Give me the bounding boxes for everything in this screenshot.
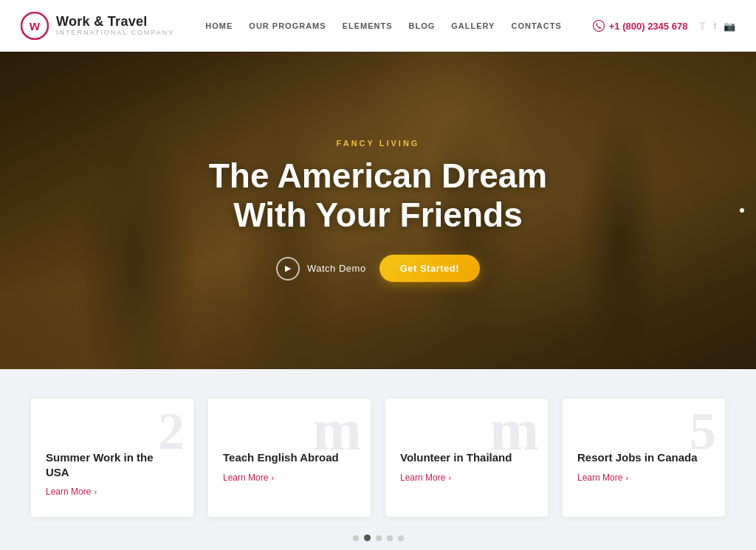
cards-section: 2 Summer Work in the USA Learn More › m … (0, 369, 756, 550)
phone-area: +1 (800) 2345 678 (593, 20, 688, 32)
card-teach-english: m Teach English Abroad Learn More › (208, 399, 371, 517)
card-title-1: Summer Work in the USA (46, 450, 179, 479)
pg-dot-3[interactable] (376, 535, 382, 541)
card-title-3: Volunteer in Thailand (400, 450, 533, 465)
card-link-2[interactable]: Learn More › (223, 472, 356, 483)
card-arrow-2: › (271, 473, 274, 482)
card-arrow-1: › (94, 487, 97, 496)
card-link-4[interactable]: Learn More › (577, 472, 710, 483)
pg-dot-2[interactable] (364, 534, 371, 541)
card-arrow-3: › (448, 473, 451, 482)
cards-grid: 2 Summer Work in the USA Learn More › m … (31, 399, 725, 517)
card-resort-jobs: 5 Resort Jobs in Canada Learn More › (563, 399, 725, 517)
twitter-icon[interactable]: 𝕋 (699, 21, 706, 32)
card-link-3[interactable]: Learn More › (400, 472, 533, 483)
svg-point-2 (593, 21, 604, 32)
pg-dot-1[interactable] (353, 535, 359, 541)
card-summer-work: 2 Summer Work in the USA Learn More › (31, 399, 193, 517)
svg-text:w: w (29, 18, 41, 33)
watch-demo-label: Watch Demo (307, 263, 366, 274)
card-volunteer-thailand: m Volunteer in Thailand Learn More › (385, 399, 548, 517)
instagram-icon[interactable]: 📷 (724, 21, 735, 32)
get-started-button[interactable]: Get Started! (379, 255, 480, 282)
header: w Work & Travel International Company HO… (0, 0, 756, 52)
facebook-icon[interactable]: f (713, 21, 716, 32)
pg-dot-5[interactable] (398, 535, 404, 541)
card-link-label-1: Learn More (46, 487, 91, 497)
pagination-dots (30, 534, 726, 549)
watch-demo-button[interactable]: ▶ Watch Demo (276, 257, 366, 281)
card-title-2: Teach English Abroad (223, 450, 356, 465)
hero-side-dots (740, 208, 744, 213)
hero-title-line1: The American Dream (209, 157, 547, 195)
get-started-label: Get Started! (400, 263, 459, 274)
hero-section: FANCY LIVING The American Dream With You… (0, 52, 756, 369)
nav-gallery[interactable]: GALLERY (451, 21, 495, 30)
card-link-label-2: Learn More (223, 472, 268, 483)
main-nav: HOME OUR PROGRAMS ELEMENTS BLOG GALLERY … (205, 21, 561, 30)
logo-text: Work & Travel International Company (56, 15, 174, 37)
logo-area: w Work & Travel International Company (21, 12, 174, 40)
card-link-label-4: Learn More (577, 472, 622, 483)
logo-title: Work & Travel (56, 15, 174, 30)
card-arrow-4: › (625, 473, 628, 482)
phone-number: +1 (800) 2345 678 (609, 21, 688, 32)
play-icon: ▶ (276, 257, 300, 281)
logo-subtitle: International Company (56, 30, 174, 37)
card-link-label-3: Learn More (400, 472, 445, 483)
hero-actions: ▶ Watch Demo Get Started! (276, 255, 480, 282)
nav-blog[interactable]: BLOG (409, 21, 436, 30)
phone-icon (593, 20, 605, 32)
hero-title-line2: With Your Friends (233, 196, 522, 234)
hero-tag: FANCY LIVING (337, 139, 420, 148)
header-right: +1 (800) 2345 678 𝕋 f 📷 (593, 20, 735, 32)
nav-home[interactable]: HOME (205, 21, 233, 30)
nav-elements[interactable]: ELEMENTS (343, 21, 393, 30)
pg-dot-4[interactable] (387, 535, 393, 541)
hero-side-dot-1[interactable] (740, 208, 744, 213)
card-link-1[interactable]: Learn More › (46, 487, 179, 497)
card-title-4: Resort Jobs in Canada (577, 450, 710, 465)
hero-title: The American Dream With Your Friends (209, 157, 547, 235)
nav-contacts[interactable]: CONTACTS (511, 21, 561, 30)
social-icons: 𝕋 f 📷 (699, 21, 735, 32)
hero-content: FANCY LIVING The American Dream With You… (0, 52, 756, 369)
nav-programs[interactable]: OUR PROGRAMS (249, 21, 326, 30)
logo-icon: w (21, 12, 49, 40)
